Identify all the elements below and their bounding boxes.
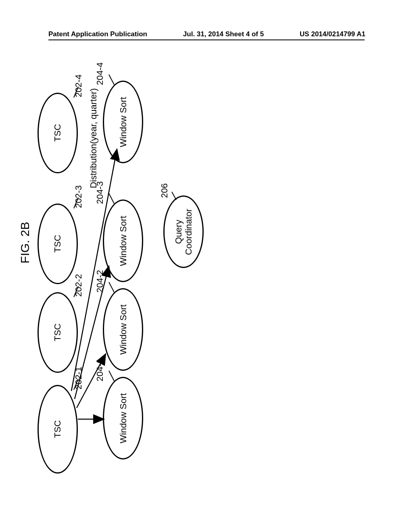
ref-ws4: 204-4 [95,62,105,85]
header-center: Jul. 31, 2014 Sheet 4 of 5 [183,30,264,38]
diagram: Query Coordinator 206 Window Sort 204-1 … [36,69,375,496]
lead-ws2 [36,69,375,496]
header-rule [48,39,365,40]
distribution-arrows [36,69,375,496]
page-header: Patent Application Publication Jul. 31, … [0,30,413,38]
distribution-annotation: Distribution(year, quarter) [88,88,99,188]
header-left: Patent Application Publication [48,30,147,38]
ref-query-coordinator: 206 [159,183,170,198]
svg-line-1 [109,371,114,381]
lead-tsc3 [36,69,375,496]
node-tsc-2: TSC [38,292,78,373]
lead-qc [36,69,375,496]
node-tsc-4: TSC [38,93,78,173]
figure-label: FIG. 2B [18,222,32,263]
svg-line-4 [109,75,114,85]
ref-tsc4: 202-4 [73,75,84,97]
node-window-sort-2: Window Sort [103,288,143,371]
lead-tsc2 [36,69,375,496]
ref-tsc3: 202-3 [73,185,84,208]
lead-ws3 [36,69,375,496]
node-window-sort-1: Window Sort [103,377,143,459]
lead-tsc4 [36,69,375,496]
lead-tsc1 [36,69,375,496]
lead-ws4 [36,69,375,496]
svg-line-2 [109,282,114,292]
ref-tsc2: 202-2 [73,274,84,297]
node-query-coordinator: Query Coordinator [163,195,204,268]
node-window-sort-4: Window Sort [103,81,143,163]
lead-ws1 [36,69,375,496]
node-tsc-1: TSC [38,385,78,474]
ref-ws1: 204-1 [95,359,105,381]
node-window-sort-3: Window Sort [103,200,143,282]
header-right: US 2014/0214799 A1 [300,30,365,38]
node-tsc-3: TSC [38,204,78,284]
ref-tsc1: 202-1 [73,367,84,389]
svg-line-3 [109,193,114,204]
ref-ws2: 204-2 [95,270,105,293]
